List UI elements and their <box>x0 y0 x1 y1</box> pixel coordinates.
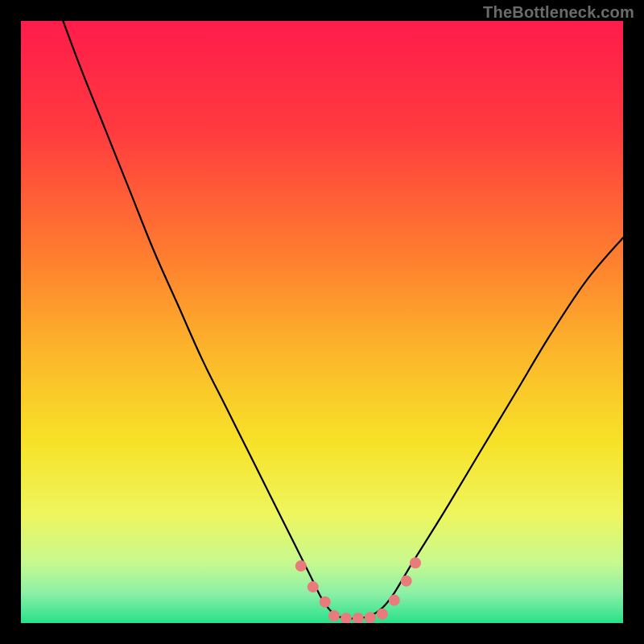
marker-dot <box>320 597 331 608</box>
chart-background-gradient <box>21 21 623 623</box>
bottleneck-chart <box>21 21 623 623</box>
marker-dot <box>401 576 412 587</box>
marker-dot <box>365 612 376 623</box>
marker-dot <box>295 560 307 572</box>
marker-dot <box>308 581 319 592</box>
chart-frame <box>21 21 623 623</box>
marker-dot <box>410 557 421 568</box>
marker-dot <box>328 610 340 621</box>
marker-dot <box>389 595 400 606</box>
watermark-text: TheBottleneck.com <box>483 3 634 22</box>
marker-dot <box>377 609 388 620</box>
